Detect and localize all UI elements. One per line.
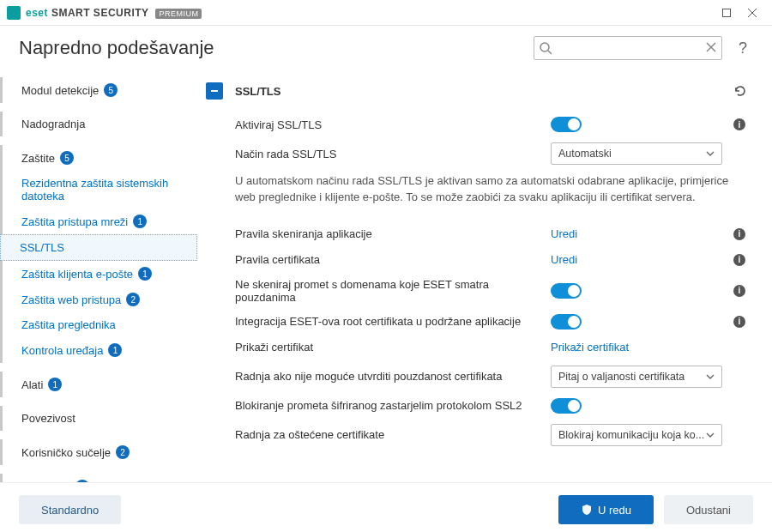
sidebar-item-obavijesti[interactable]: Obavijesti 5	[0, 474, 197, 482]
sidebar-item-label: Alati	[21, 378, 43, 391]
titlebar: eset SMART SECURITY PREMIUM	[0, 0, 772, 26]
setting-label: Pravila certifikata	[235, 253, 542, 266]
sidebar-item-rezidentna-zastita[interactable]: Rezidentna zaštita sistemskih datoteka	[0, 171, 197, 209]
footer: Standardno U redu Odustani	[0, 482, 772, 532]
search-box	[534, 36, 722, 60]
setting-label: Aktiviraj SSL/TLS	[235, 118, 542, 131]
chevron-down-icon	[706, 372, 715, 381]
chevron-down-icon	[706, 431, 715, 439]
row-blokiranje-ssl2: Blokiranje prometa šifriranog zastarjeli…	[206, 393, 748, 419]
sidebar-badge: 1	[48, 378, 62, 391]
info-icon[interactable]: i	[733, 254, 745, 266]
sidebar-item-povezivost[interactable]: Povezivost	[0, 406, 197, 431]
minus-icon	[209, 86, 220, 96]
toggle-blokiranje-ssl2[interactable]	[551, 398, 582, 414]
info-icon[interactable]: i	[733, 228, 745, 240]
sidebar-item-nadogradnja[interactable]: Nadogradnja	[0, 112, 197, 136]
sidebar-item-label: Rezidentna zaštita sistemskih datoteka	[21, 177, 182, 203]
sidebar-item-alati[interactable]: Alati 1	[0, 372, 197, 397]
sidebar-badge: 5	[60, 151, 74, 165]
toggle-integracija-root[interactable]	[551, 314, 582, 329]
link-uredi-aplikacije[interactable]: Uredi	[551, 227, 577, 240]
sidebar-item-zastite[interactable]: Zaštite 5	[0, 145, 197, 171]
sidebar-item-modul-detekcije[interactable]: Modul detekcije 5	[0, 77, 197, 103]
sidebar-badge: 5	[104, 83, 118, 97]
info-icon[interactable]: i	[733, 285, 745, 297]
sidebar-item-label: Korisničko sučelje	[21, 446, 111, 459]
row-radnja-osteceni: Radnja za oštećene certifikate Blokiraj …	[206, 419, 748, 451]
sidebar-badge: 2	[116, 445, 130, 459]
row-nacin-rada: Način rada SSL/TLS Automatski	[206, 137, 748, 170]
link-uredi-certifikati[interactable]: Uredi	[551, 253, 577, 266]
toggle-aktiviraj-ssltls[interactable]	[551, 117, 582, 132]
row-pravila-certifikata: Pravila certifikata Uredi i	[206, 247, 748, 273]
setting-label: Pravila skeniranja aplikacije	[235, 227, 542, 240]
shield-icon	[581, 504, 593, 516]
mode-description: U automatskom načinu rada SSL/TLS je akt…	[206, 170, 748, 221]
row-neskeniraj-pouzdane: Ne skeniraj promet s domenama koje ESET …	[206, 273, 748, 309]
sidebar-badge: 1	[138, 267, 152, 281]
row-radnja-pouzdanost: Radnja ako nije moguće utvrditi pouzdano…	[206, 360, 748, 393]
button-label: Standardno	[41, 504, 99, 517]
link-prikazi-certifikat[interactable]: Prikaži certifikat	[551, 341, 629, 354]
sidebar-item-label: Kontrola uređaja	[21, 344, 103, 357]
search-input[interactable]	[534, 36, 722, 60]
sidebar-item-label: SSL/TLS	[20, 241, 64, 254]
brand-main: SMART SECURITY	[51, 7, 149, 19]
select-value: Blokiraj komunikaciju koja ko...	[558, 429, 704, 441]
sidebar-item-korisnicko-sucelje[interactable]: Korisničko sučelje 2	[0, 439, 197, 465]
sidebar-badge: 2	[126, 293, 140, 306]
window-maximize-button[interactable]	[714, 0, 739, 26]
sidebar-item-kontrola-uredaja[interactable]: Kontrola uređaja 1	[0, 337, 197, 363]
sidebar-item-label: Nadogradnja	[21, 118, 85, 130]
setting-label: Radnja ako nije moguće utvrditi pouzdano…	[235, 370, 542, 383]
sidebar-item-label: Povezivost	[21, 412, 75, 425]
cancel-button[interactable]: Odustani	[664, 495, 753, 524]
collapse-button[interactable]	[206, 82, 223, 100]
sidebar-item-zastita-eposte[interactable]: Zaštita klijenta e-pošte 1	[0, 261, 197, 287]
info-icon[interactable]: i	[733, 316, 745, 328]
ok-button[interactable]: U redu	[558, 495, 654, 524]
sidebar-item-label: Obavijesti	[21, 481, 70, 483]
setting-label: Prikaži certifikat	[235, 341, 542, 354]
setting-label: Integracija ESET-ova root certifikata u …	[235, 315, 542, 328]
window-close-button[interactable]	[739, 0, 765, 26]
svg-line-4	[548, 51, 552, 54]
select-radnja-pouzdanost[interactable]: Pitaj o valjanosti certifikata	[551, 366, 722, 388]
chevron-down-icon	[706, 149, 715, 158]
sidebar-item-zastita-preglednika[interactable]: Zaštita preglednika	[0, 312, 197, 337]
sidebar-item-zastita-web[interactable]: Zaštita web pristupa 2	[0, 287, 197, 312]
clear-search-icon[interactable]	[705, 41, 717, 53]
close-icon	[747, 8, 757, 18]
button-label: U redu	[598, 504, 631, 517]
sidebar-badge: 5	[75, 480, 89, 482]
select-value: Automatski	[558, 148, 612, 160]
sidebar-item-zastita-mreze[interactable]: Zaštita pristupa mreži 1	[0, 209, 197, 234]
info-icon[interactable]: i	[733, 118, 745, 130]
button-label: Odustani	[686, 504, 731, 517]
toggle-neskeniraj-pouzdane[interactable]	[551, 283, 582, 299]
sidebar: Modul detekcije 5 Nadogradnja Zaštite 5 …	[0, 70, 197, 482]
brand: eset SMART SECURITY PREMIUM	[7, 6, 202, 20]
row-pravila-aplikacije: Pravila skeniranja aplikacije Uredi i	[206, 221, 748, 247]
sidebar-item-label: Zaštita preglednika	[21, 318, 116, 331]
help-button[interactable]: ?	[733, 39, 753, 57]
section-title: SSL/TLS	[235, 85, 721, 98]
setting-label: Radnja za oštećene certifikate	[235, 428, 542, 441]
search-icon	[539, 41, 552, 55]
page-title: Napredno podešavanje	[19, 37, 523, 59]
maximize-icon	[721, 8, 732, 18]
row-aktiviraj-ssltls: Aktiviraj SSL/TLS i	[206, 112, 748, 137]
setting-label: Način rada SSL/TLS	[235, 148, 542, 160]
select-radnja-osteceni[interactable]: Blokiraj komunikaciju koja ko...	[551, 424, 722, 446]
default-button[interactable]: Standardno	[19, 495, 121, 524]
select-nacin-rada[interactable]: Automatski	[551, 142, 722, 165]
brand-premium-badge: PREMIUM	[155, 9, 202, 19]
sidebar-item-ssltls[interactable]: SSL/TLS	[0, 234, 197, 261]
svg-point-3	[540, 43, 549, 51]
row-integracija-root: Integracija ESET-ova root certifikata u …	[206, 309, 748, 335]
setting-label: Blokiranje prometa šifriranog zastarjeli…	[235, 399, 542, 412]
section-header: SSL/TLS	[206, 77, 748, 112]
undo-icon[interactable]	[733, 83, 748, 99]
row-prikazi-certifikat: Prikaži certifikat Prikaži certifikat	[206, 335, 748, 360]
